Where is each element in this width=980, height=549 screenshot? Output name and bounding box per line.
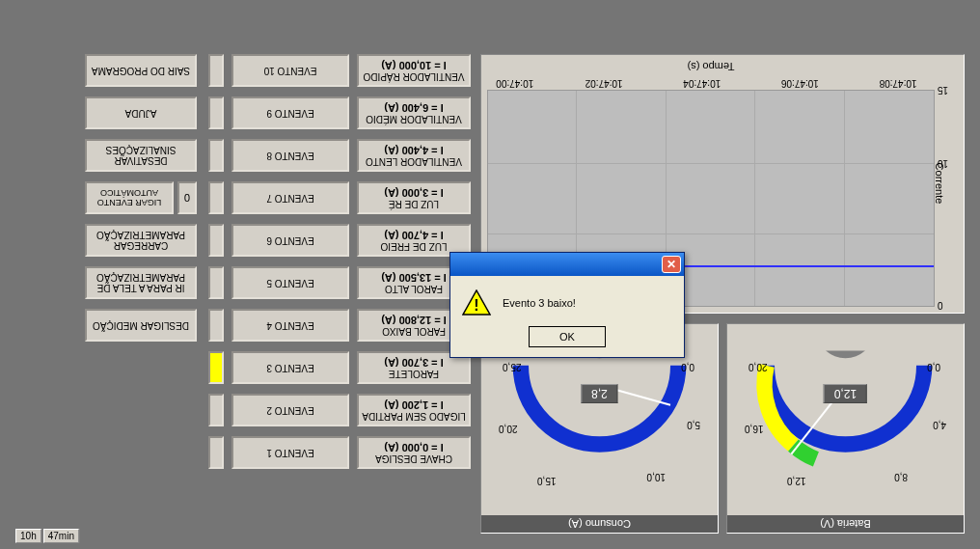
param-label: FAROL BAIXO <box>382 326 446 337</box>
desligar-medicao-button[interactable]: DESLIGAR MEDIÇÃO <box>85 309 197 342</box>
ajuda-button[interactable]: AJUDA <box>85 96 197 129</box>
evento-indicator-2 <box>208 394 224 426</box>
sair-button[interactable]: SAIR DO PROGRAMA <box>85 54 197 87</box>
evento-button-1[interactable]: EVENTO 1 <box>231 436 349 469</box>
evento-button-6[interactable]: EVENTO 6 <box>231 224 349 257</box>
auto-count: 0 <box>177 181 197 214</box>
param-readout: I = 4,400 (A) <box>384 144 443 155</box>
evento-indicator-5 <box>208 266 224 299</box>
chart-ylabel: Corrente <box>934 163 945 205</box>
evento-indicator-7 <box>208 181 224 214</box>
param-readout: I = 6,400 (A) <box>384 101 443 113</box>
param-label: LIGADO SEM PARTIDA <box>362 411 465 422</box>
param-label: LUZ DE RÉ <box>389 199 439 209</box>
gauge-battery-value: 12,0 <box>824 384 867 403</box>
ok-button[interactable]: OK <box>529 326 606 347</box>
evento-indicator-10 <box>208 54 224 87</box>
param-readout: I = 3,000 (A) <box>384 186 443 198</box>
svg-text:!: ! <box>474 297 478 314</box>
alert-dialog: ✕ ! Evento 3 baixo! OK <box>449 252 685 358</box>
evento-indicator-8 <box>208 139 224 172</box>
gauge-consumption-title: Consumo (A) <box>481 515 718 533</box>
evento-button-7[interactable]: EVENTO 7 <box>231 181 349 214</box>
ligar-evento-automatico-button[interactable]: LIGAR EVENTO AUTOMÁTICO <box>85 181 174 214</box>
dialog-message: Evento 3 baixo! <box>503 297 576 309</box>
param-readout: I = 13,500 (A) <box>381 271 447 283</box>
gauge-battery-svg <box>727 324 964 515</box>
gauge-consumption-value: 2,8 <box>581 384 618 403</box>
warning-icon: ! <box>462 289 491 316</box>
ir-parametrizacao-button[interactable]: IR PARA A TELA DE PARAMETRIZAÇÃO <box>85 266 197 299</box>
param-label: FAROL ALTO <box>385 284 443 294</box>
param-label: VENTILADOR RÁPIDO <box>363 71 464 82</box>
param-label: VENTILADOR MÉDIO <box>366 114 461 124</box>
chart-xlabel: Tempo (s) <box>487 61 935 76</box>
evento-indicator-6 <box>208 224 224 257</box>
param-readout: I = 0,000 (A) <box>384 441 443 453</box>
evento-button-8[interactable]: EVENTO 8 <box>231 139 349 172</box>
param-readout: I = 4,700 (A) <box>384 229 443 240</box>
param-label: FAROLETE <box>389 369 439 379</box>
evento-indicator-1 <box>208 436 224 469</box>
param-button-7[interactable]: VENTILADOR LENTOI = 4,400 (A) <box>357 139 471 172</box>
param-button-6[interactable]: LUZ DE RÉI = 3,000 (A) <box>357 181 471 214</box>
param-button-8[interactable]: VENTILADOR MÉDIOI = 6,400 (A) <box>357 96 471 129</box>
evento-indicator-9 <box>208 96 224 129</box>
evento-button-3[interactable]: EVENTO 3 <box>231 351 349 384</box>
evento-indicator-4 <box>208 309 224 342</box>
evento-button-9[interactable]: EVENTO 9 <box>231 96 349 129</box>
evento-button-4[interactable]: EVENTO 4 <box>231 309 349 342</box>
evento-button-2[interactable]: EVENTO 2 <box>231 394 349 426</box>
param-readout: I = 10,000 (A) <box>381 59 447 70</box>
param-label: VENTILADOR LENTO <box>366 156 462 167</box>
evento-button-5[interactable]: EVENTO 5 <box>231 266 349 299</box>
evento-indicator-3 <box>208 351 224 384</box>
param-button-9[interactable]: VENTILADOR RÁPIDOI = 10,000 (A) <box>357 54 471 87</box>
param-readout: I = 12,800 (A) <box>381 314 447 325</box>
evento-button-10[interactable]: EVENTO 10 <box>231 54 349 87</box>
dialog-titlebar[interactable]: ✕ <box>450 253 684 276</box>
param-button-0[interactable]: CHAVE DESLIGAI = 0,000 (A) <box>357 436 471 469</box>
param-readout: I = 3,700 (A) <box>384 356 443 368</box>
gauge-battery-title: Bateria (V) <box>727 515 964 533</box>
carregar-parametrizacao-button[interactable]: CARREGAR PARAMETRIZAÇÃO <box>85 224 197 257</box>
param-button-1[interactable]: LIGADO SEM PARTIDAI = 1,200 (A) <box>357 394 471 426</box>
gauge-battery: Bateria (V) 12,0 0,0 4,0 8,0 12,0 16,0 <box>726 323 965 534</box>
desativar-sinalizacoes-button[interactable]: DESATIVAR SINALIZAÇÕES <box>85 139 197 172</box>
close-icon[interactable]: ✕ <box>662 256 681 273</box>
param-readout: I = 1,200 (A) <box>384 398 443 410</box>
param-label: LUZ DE FREIO <box>381 241 448 252</box>
param-label: CHAVE DESLIGA <box>375 453 452 464</box>
